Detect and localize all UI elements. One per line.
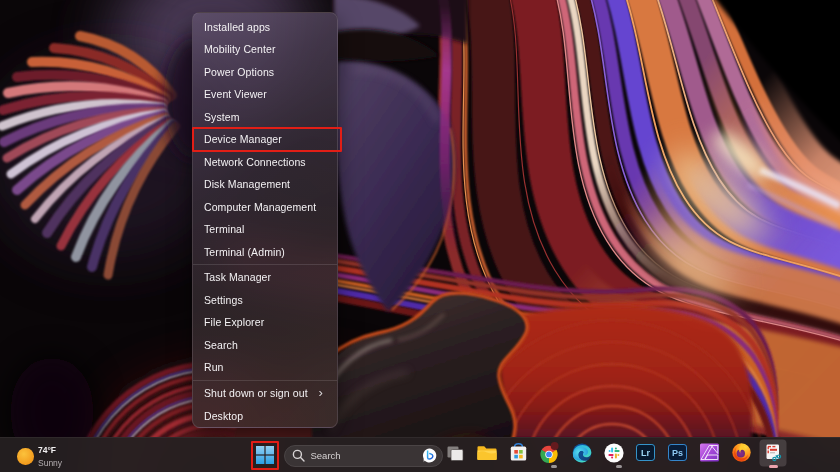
svg-text:Lr: Lr [641, 448, 650, 458]
svg-text:Ps: Ps [672, 448, 683, 458]
